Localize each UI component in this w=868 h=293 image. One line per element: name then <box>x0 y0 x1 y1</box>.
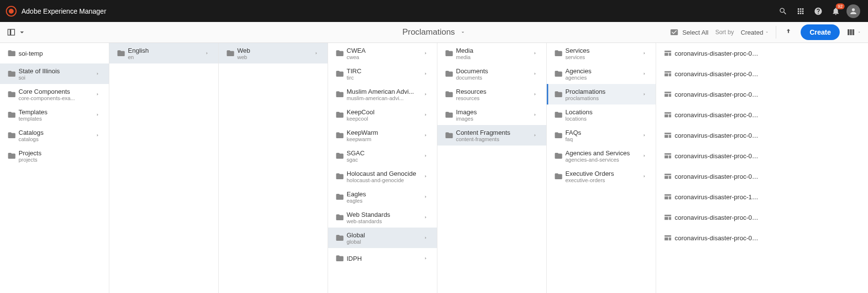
folder-item[interactable]: Servicesservices <box>547 43 656 63</box>
item-title: coronavirus-disaster-proc-09-1... <box>675 50 761 57</box>
fragment-item[interactable]: coronavirus-disaster-proc-09-1... <box>656 43 765 63</box>
folder-item[interactable]: Holocaust and Genocideholocaust-and-geno… <box>328 166 437 187</box>
folder-icon <box>5 49 19 58</box>
fragment-icon <box>661 233 675 242</box>
folder-item[interactable]: Web Standardsweb-standards <box>328 207 437 228</box>
item-title: coronavirus-disaster-proc-06-... <box>675 111 761 119</box>
folder-item[interactable]: Muslim American Advi...muslim-american-a… <box>328 84 437 105</box>
item-subtitle: cwea <box>347 54 423 60</box>
item-title: Resources <box>456 88 533 95</box>
item-title: FAQs <box>565 129 642 136</box>
folder-item[interactable]: Content Fragmentscontent-fragments <box>437 125 546 146</box>
fragment-icon <box>661 110 675 119</box>
item-title: KeepCool <box>347 108 423 116</box>
notifications-icon[interactable]: 92 <box>827 2 845 20</box>
folder-icon <box>5 151 19 160</box>
item-title: coronavirus-disaster-proc-05-2... <box>675 132 761 139</box>
fragment-item[interactable]: coronavirus-disaster-proc-05-2... <box>656 125 765 146</box>
folder-icon <box>333 254 347 263</box>
folder-icon <box>442 131 456 140</box>
fragment-icon <box>661 213 675 222</box>
folder-icon <box>333 90 347 99</box>
item-subtitle: keepwarm <box>347 136 423 142</box>
item-subtitle: web-standards <box>347 218 423 224</box>
folder-item[interactable]: KeepCoolkeepcool <box>328 105 437 125</box>
search-icon[interactable] <box>774 2 792 20</box>
folder-icon <box>552 151 565 160</box>
fragment-item[interactable]: coronavirus-disaster-proc-06-... <box>656 105 765 125</box>
column-4: MediamediaDocumentsdocumentsResourcesres… <box>437 43 547 293</box>
sort-direction-button[interactable] <box>783 26 794 39</box>
view-switcher[interactable] <box>847 28 861 37</box>
folder-item[interactable]: Eagleseagles <box>328 187 437 207</box>
folder-item[interactable]: Globalglobal <box>328 228 437 248</box>
chevron-right-icon <box>95 110 104 119</box>
fragment-item[interactable]: coronavirus-disaster-proc-04-... <box>656 166 765 187</box>
select-all-button[interactable]: Select All <box>670 28 708 37</box>
folder-item[interactable]: TIRCtirc <box>328 63 437 84</box>
folder-icon <box>333 172 347 181</box>
chevron-right-icon <box>533 49 541 58</box>
column-0: soi-tempState of IllinoissoiCore Compone… <box>0 43 109 293</box>
chevron-right-icon <box>423 233 432 242</box>
item-title: English <box>128 47 205 54</box>
item-subtitle: proclamations <box>565 95 642 101</box>
fragment-item[interactable]: coronavirus-disaster-proc-07-2... <box>656 84 765 105</box>
fragment-item[interactable]: coronavirus-disaster-proc-09-1... <box>656 207 765 228</box>
create-button[interactable]: Create <box>801 24 840 40</box>
folder-item[interactable]: Projectsprojects <box>0 146 109 166</box>
folder-item[interactable]: Core Componentscore-components-exa... <box>0 84 109 105</box>
fragment-icon <box>661 192 675 201</box>
folder-item[interactable]: Executive Ordersexecutive-orders <box>547 166 656 187</box>
folder-item[interactable]: CWEAcwea <box>328 43 437 63</box>
page-title[interactable]: Proclamations <box>402 27 455 37</box>
folder-icon <box>333 192 347 201</box>
fragment-item[interactable]: coronavirus-disaster-proc-04-... <box>656 146 765 166</box>
folder-item[interactable]: Mediamedia <box>437 43 546 63</box>
sort-by-dropdown[interactable]: Created <box>741 29 769 36</box>
help-icon[interactable] <box>809 2 827 20</box>
adobe-logo-icon <box>6 6 17 17</box>
chevron-right-icon <box>423 90 432 99</box>
chevron-right-icon <box>423 49 432 58</box>
chevron-right-icon <box>423 131 432 140</box>
chevron-right-icon <box>642 90 651 99</box>
folder-item[interactable]: KeepWarmkeepwarm <box>328 125 437 146</box>
folder-item[interactable]: FAQsfaq <box>547 125 656 146</box>
folder-item[interactable]: Documentsdocuments <box>437 63 546 84</box>
user-avatar[interactable] <box>845 2 862 20</box>
folder-item[interactable]: Resourcesresources <box>437 84 546 105</box>
folder-item[interactable]: Proclamationsproclamations <box>547 84 656 105</box>
fragment-icon <box>661 90 675 99</box>
breadcrumb-dropdown-icon[interactable] <box>460 29 466 35</box>
folder-item[interactable]: Agenciesagencies <box>547 63 656 84</box>
folder-item[interactable]: IDPH <box>328 248 437 269</box>
folder-item[interactable]: Templatestemplates <box>0 105 109 125</box>
fragment-item[interactable]: coronavirus-disaster-proc-08-2... <box>656 63 765 84</box>
folder-item[interactable]: Agencies and Servicesagencies-and-servic… <box>547 146 656 166</box>
fragment-item[interactable]: coronavirus-disaster-proc-10-1... <box>656 187 765 207</box>
item-subtitle: catalogs <box>19 136 95 142</box>
apps-icon[interactable] <box>792 2 809 20</box>
folder-item[interactable]: Englishen <box>109 43 218 63</box>
fragment-item[interactable]: coronavirus-disaster-proc-08-2... <box>656 228 765 248</box>
folder-item[interactable]: SGACsgac <box>328 146 437 166</box>
folder-item[interactable]: Webweb <box>219 43 328 63</box>
folder-item[interactable]: soi-temp <box>0 43 109 63</box>
folder-icon <box>442 90 456 99</box>
item-title: coronavirus-disaster-proc-08-2... <box>675 234 761 242</box>
folder-icon <box>442 69 456 78</box>
folder-item[interactable]: Catalogscatalogs <box>0 125 109 146</box>
rail-toggle[interactable] <box>7 28 26 37</box>
fragment-icon <box>661 69 675 78</box>
item-title: SGAC <box>347 149 423 157</box>
folder-item[interactable]: Imagesimages <box>437 105 546 125</box>
chevron-right-icon <box>423 213 432 222</box>
fragment-icon <box>661 131 675 140</box>
folder-item[interactable]: Locationslocations <box>547 105 656 125</box>
column-6: coronavirus-disaster-proc-09-1...coronav… <box>656 43 765 293</box>
item-title: coronavirus-disaster-proc-07-2... <box>675 91 761 98</box>
item-title: coronavirus-disaster-proc-04-... <box>675 173 761 180</box>
folder-item[interactable]: State of Illinoissoi <box>0 63 109 84</box>
item-title: Templates <box>19 108 95 116</box>
